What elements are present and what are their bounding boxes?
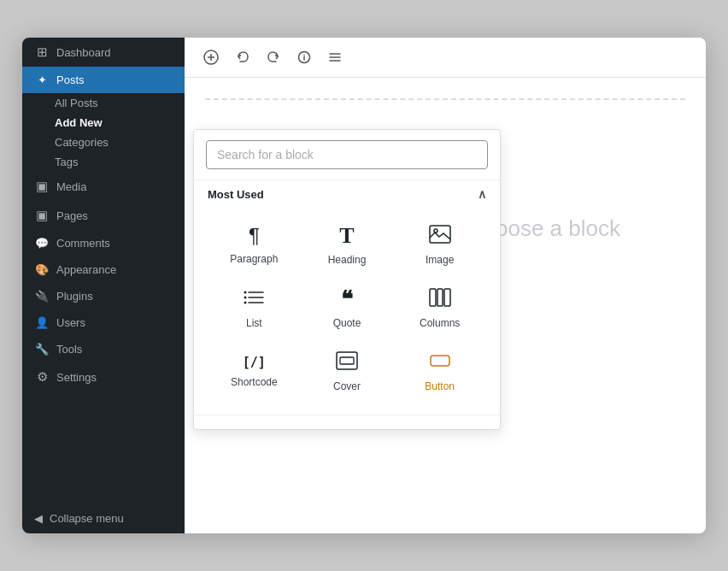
sidebar: ⊞ Dashboard ✦ Posts All Posts Add New Ca… [22, 38, 185, 533]
block-item-paragraph[interactable]: ¶ Paragraph [208, 211, 301, 274]
svg-rect-18 [437, 289, 443, 306]
users-icon: 👤 [34, 316, 50, 329]
editor-area: ↙ hoose a block Most Used ∧ ¶ [185, 78, 706, 533]
settings-icon: ⚙ [34, 369, 50, 385]
svg-rect-21 [340, 357, 354, 364]
main-content: ↙ hoose a block Most Used ∧ ¶ [185, 38, 706, 533]
svg-point-5 [303, 54, 305, 56]
block-label-button: Button [425, 380, 455, 392]
svg-point-11 [244, 291, 247, 294]
block-label-paragraph: Paragraph [230, 253, 278, 265]
block-search-section [194, 130, 500, 180]
sidebar-item-categories[interactable]: Categories [22, 132, 185, 152]
dashboard-icon: ⊞ [34, 44, 50, 60]
collapse-menu-button[interactable]: ◀ Collapse menu [22, 503, 185, 533]
posts-icon: ✦ [34, 74, 50, 86]
pages-icon: ▣ [34, 208, 50, 223]
most-used-section-header: Most Used ∧ [194, 180, 500, 204]
svg-point-15 [244, 302, 247, 304]
sidebar-item-pages[interactable]: ▣ Pages [22, 201, 185, 230]
sidebar-item-add-new[interactable]: Add New [22, 113, 185, 132]
image-icon [429, 225, 451, 247]
sidebar-item-appearance[interactable]: 🎨 Appearance [22, 256, 185, 283]
appearance-icon: 🎨 [34, 263, 50, 276]
block-label-image: Image [426, 254, 454, 266]
info-icon [297, 50, 311, 64]
block-item-shortcode[interactable]: [/] Shortcode [208, 338, 301, 401]
media-icon: ▣ [34, 179, 50, 194]
info-button[interactable] [292, 47, 316, 68]
block-label-columns: Columns [420, 317, 460, 329]
block-placeholder-line [205, 98, 685, 100]
svg-rect-22 [431, 356, 449, 366]
block-label-list: List [246, 317, 262, 329]
sidebar-item-media[interactable]: ▣ Media [22, 172, 185, 201]
block-grid: ¶ Paragraph T Heading [194, 204, 500, 415]
sidebar-item-users[interactable]: 👤 Users [22, 309, 185, 336]
block-item-list[interactable]: List [208, 274, 301, 338]
add-icon [203, 50, 219, 65]
block-inserter-panel: Most Used ∧ ¶ Paragraph T Heading [193, 129, 501, 430]
plugins-icon: 🔌 [34, 290, 50, 303]
menu-button[interactable] [323, 47, 347, 68]
undo-icon [236, 50, 250, 64]
editor-toolbar [185, 38, 706, 78]
block-item-button[interactable]: Button [393, 338, 486, 401]
collapse-icon: ◀ [34, 512, 43, 525]
block-label-quote: Quote [333, 317, 361, 329]
svg-rect-19 [444, 289, 450, 306]
sidebar-item-posts[interactable]: ✦ Posts [22, 67, 185, 93]
redo-icon [267, 50, 280, 64]
comments-icon: 💬 [34, 237, 50, 250]
sidebar-item-tools[interactable]: 🔧 Tools [22, 336, 185, 362]
block-item-quote[interactable]: ❝ Quote [301, 274, 394, 338]
sidebar-item-tags[interactable]: Tags [22, 152, 185, 172]
list-icon [243, 288, 265, 310]
block-item-cover[interactable]: Cover [301, 338, 394, 401]
shortcode-icon: [/] [243, 356, 266, 369]
menu-icon [328, 50, 342, 64]
block-label-heading: Heading [328, 254, 367, 266]
svg-point-13 [244, 297, 247, 299]
sidebar-item-settings[interactable]: ⚙ Settings [22, 362, 185, 391]
sidebar-item-comments[interactable]: 💬 Comments [22, 230, 185, 256]
sidebar-item-plugins[interactable]: 🔌 Plugins [22, 283, 185, 309]
block-label-shortcode: Shortcode [231, 376, 278, 388]
tools-icon: 🔧 [34, 343, 50, 356]
block-item-columns[interactable]: Columns [393, 274, 486, 338]
add-block-button[interactable] [198, 46, 224, 68]
sidebar-item-dashboard[interactable]: ⊞ Dashboard [22, 38, 185, 67]
block-inserter-footer [194, 415, 500, 429]
block-search-input[interactable] [206, 140, 488, 169]
columns-icon [429, 288, 451, 310]
cover-icon [336, 351, 358, 374]
sidebar-item-all-posts[interactable]: All Posts [22, 93, 185, 113]
app-window: ⊞ Dashboard ✦ Posts All Posts Add New Ca… [22, 38, 706, 533]
block-item-heading[interactable]: T Heading [301, 211, 394, 274]
heading-icon: T [339, 225, 354, 247]
quote-icon: ❝ [341, 288, 353, 310]
block-label-cover: Cover [333, 380, 361, 392]
paragraph-icon: ¶ [249, 226, 260, 246]
block-item-image[interactable]: Image [393, 211, 486, 274]
redo-button[interactable] [261, 47, 285, 68]
svg-rect-17 [430, 289, 436, 306]
chevron-up-icon[interactable]: ∧ [478, 187, 486, 201]
svg-point-10 [434, 229, 437, 233]
undo-button[interactable] [231, 47, 255, 68]
button-icon [429, 351, 451, 374]
